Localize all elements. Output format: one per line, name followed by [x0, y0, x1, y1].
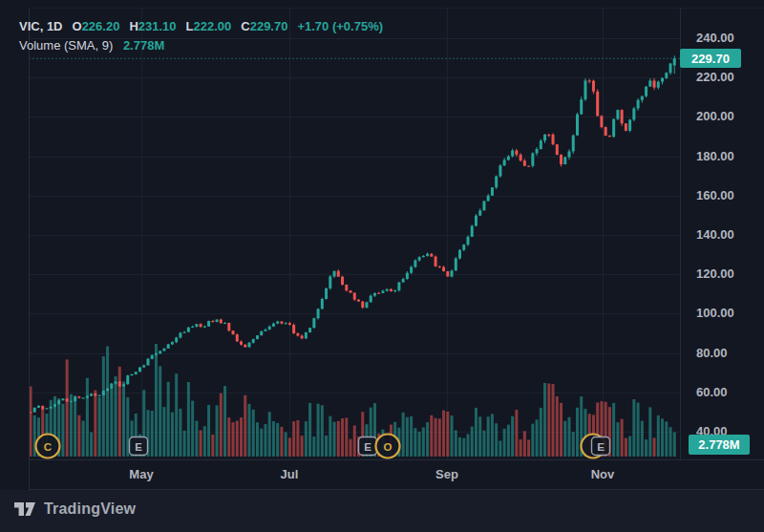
volume-bar	[102, 356, 105, 457]
volume-bar	[612, 403, 615, 457]
volume-bar	[308, 403, 311, 457]
volume-bar	[272, 421, 275, 457]
volume-bar	[292, 421, 295, 457]
candle-body	[446, 271, 449, 277]
volume-bar	[90, 433, 93, 457]
volume-bar	[312, 436, 315, 457]
event-marker-square[interactable]: E	[359, 437, 377, 456]
candle-body	[162, 349, 165, 351]
candle-body	[57, 400, 60, 404]
candle-body	[135, 372, 138, 374]
volume-bar	[422, 427, 425, 457]
candle-body	[244, 345, 246, 348]
symbol-legend[interactable]: VIC, 1D O226.20 H231.10 L222.00 C229.70 …	[19, 19, 383, 33]
candle-body	[499, 165, 501, 176]
candle-body	[126, 375, 129, 384]
candle-body	[503, 160, 506, 165]
volume-bar	[471, 427, 474, 457]
candle-body	[146, 359, 149, 366]
volume-legend[interactable]: Volume (SMA, 9) 2.778M	[19, 38, 164, 53]
volume-study-value: 2.778M	[123, 38, 164, 53]
volume-bar	[491, 414, 494, 457]
candle-body	[50, 407, 53, 409]
event-marker-circle[interactable]: O	[376, 435, 400, 458]
candle-body	[531, 154, 534, 166]
candle-body	[621, 110, 624, 123]
candle-body	[430, 254, 433, 257]
candle-body	[216, 320, 219, 323]
candle-body	[536, 149, 539, 154]
event-marker-circle[interactable]: C	[36, 435, 60, 458]
candle-body	[386, 289, 389, 291]
last-price-tag: 229.70	[680, 49, 741, 68]
candle-body	[648, 80, 651, 86]
candle-body	[410, 267, 413, 273]
candle-body	[240, 342, 243, 345]
time-axis-label: Jul	[261, 467, 318, 481]
price-axis-label: 220.00	[696, 70, 763, 85]
candle-body	[442, 267, 445, 271]
volume-bar	[211, 435, 214, 457]
candle-body	[661, 78, 664, 82]
candle-body	[256, 335, 259, 339]
volume-bar	[264, 424, 266, 457]
volume-bar	[442, 411, 445, 457]
volume-bar	[247, 404, 250, 457]
candle-body	[33, 408, 36, 413]
candle-body	[321, 299, 324, 309]
event-letter: E	[364, 441, 371, 453]
candle-body	[74, 396, 76, 401]
candle-body	[357, 300, 360, 302]
price-chart-canvas[interactable]: CEEOE	[0, 0, 764, 490]
volume-bar	[236, 420, 239, 457]
candle-body	[232, 330, 235, 334]
event-marker-square[interactable]: E	[592, 437, 610, 456]
candle-body	[402, 279, 405, 282]
symbol-title[interactable]: VIC, 1D	[19, 19, 63, 33]
candle-body	[86, 395, 89, 397]
candle-body	[200, 324, 202, 327]
volume-bar	[458, 437, 461, 457]
candle-body	[580, 99, 583, 115]
price-axis-label: 80.00	[696, 346, 763, 361]
volume-bar	[648, 407, 651, 457]
volume-bar	[438, 418, 441, 457]
volume-bar	[171, 413, 174, 457]
candle-body	[592, 81, 595, 92]
volume-study-label: Volume (SMA, 9)	[19, 38, 113, 53]
candle-body	[563, 158, 566, 165]
candle-body	[612, 119, 615, 138]
candle-body	[329, 276, 331, 288]
candle-body	[53, 404, 56, 407]
candle-body	[183, 332, 186, 333]
candle-body	[616, 110, 619, 118]
candle-body	[438, 266, 441, 267]
candle-body	[308, 328, 311, 332]
event-marker-square[interactable]: E	[130, 437, 148, 456]
volume-bar	[560, 403, 562, 457]
candle-body	[98, 395, 101, 396]
candle-body	[77, 396, 80, 397]
candle-body	[596, 92, 599, 117]
volume-bar	[523, 431, 526, 457]
brand-name[interactable]: TradingView	[44, 500, 136, 518]
volume-bar	[321, 405, 324, 457]
candle-body	[341, 277, 344, 285]
candle-body	[523, 160, 526, 165]
volume-bar	[280, 427, 283, 457]
volume-bar	[223, 386, 226, 457]
candle-body	[665, 73, 668, 78]
price-axis-label: 60.00	[696, 385, 763, 400]
volume-pane	[30, 344, 676, 457]
tradingview-logo-icon[interactable]	[13, 501, 36, 518]
candle-body	[317, 309, 320, 318]
candle-body	[406, 273, 409, 279]
volume-bar	[155, 344, 158, 457]
candle-body	[478, 210, 481, 215]
candle-body	[66, 398, 69, 401]
candle-body	[195, 324, 198, 327]
time-axis-label: Sep	[418, 467, 476, 481]
candle-body	[645, 87, 647, 96]
candle-body	[515, 151, 518, 155]
candle-body	[547, 135, 550, 136]
